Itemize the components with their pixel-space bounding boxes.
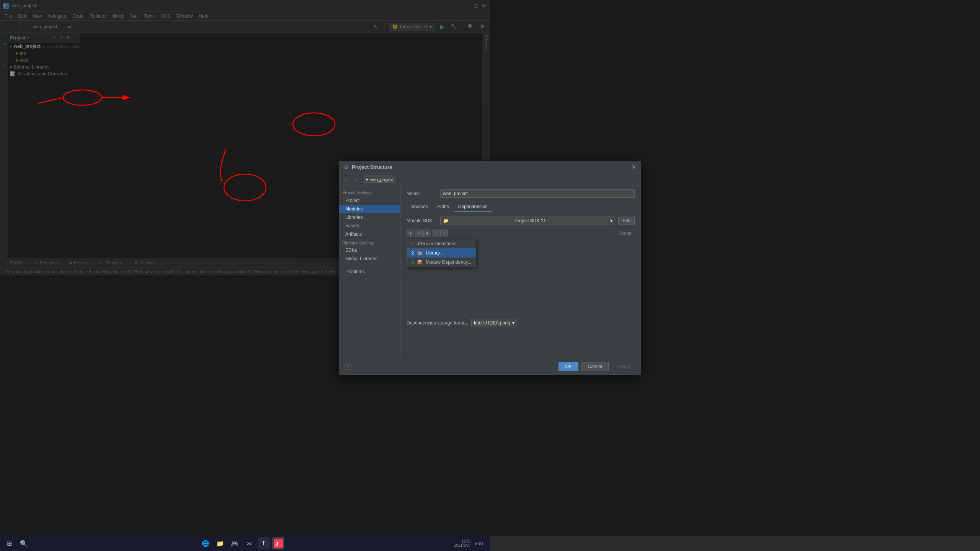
add-dep-dropdown: 1 JARs or Directories... 2 📚 Library... … <box>407 239 476 267</box>
moddep-icon: 📦 <box>417 259 423 265</box>
nav-problems[interactable]: Problems <box>339 267 400 276</box>
nav-sdks[interactable]: SDKs <box>339 246 400 254</box>
sdk-row: Module SDK: 📁 Project SDK 11 ▾ Edit <box>407 217 490 225</box>
lib-label: Library... <box>426 250 443 256</box>
name-input[interactable] <box>440 189 490 198</box>
jars-option[interactable]: 1 JARs or Directories... <box>407 239 476 248</box>
add-dep-button[interactable]: + <box>407 230 414 237</box>
module-dep-option[interactable]: 3 📦 Module Dependency... <box>407 258 476 267</box>
deps-toolbar: + − ▾ ↑ ↓ Scope <box>407 230 490 237</box>
platform-settings-label: Platform Settings <box>339 238 400 246</box>
jars-label: JARs or Directories... <box>417 241 460 246</box>
dialog-titlebar: ⚙ Project Structure ✕ <box>339 161 490 173</box>
dialog-nav: Project Settings Project Modules Librari… <box>339 186 400 276</box>
nav-global-libs[interactable]: Global Libraries <box>339 254 400 263</box>
moddep-label: Module Dependency... <box>426 259 471 265</box>
dialog-forward-button[interactable]: → <box>353 176 361 183</box>
dialog-title-icon: ⚙ <box>344 164 349 170</box>
dialog-title-text: Project Structure <box>352 164 490 170</box>
move-down-dep-button[interactable]: ↓ <box>440 230 448 237</box>
dialog-nav-bar: ← → ▸ web_project <box>339 173 490 186</box>
dialog-tree-breadcrumb: ▸ web_project <box>364 176 395 183</box>
sdk-label: Module SDK: <box>407 218 437 223</box>
project-structure-dialog: ⚙ Project Structure ✕ ← → ▸ web_project … <box>339 161 490 276</box>
name-label: Name: <box>407 191 437 196</box>
moddep-num: 3 <box>412 260 414 264</box>
library-option[interactable]: 2 📚 Library... <box>407 248 476 258</box>
nav-project[interactable]: Project <box>339 196 400 205</box>
name-row: Name: <box>407 189 490 198</box>
nav-artifacts[interactable]: Artifacts <box>339 230 400 238</box>
tab-paths[interactable]: Paths <box>433 202 454 212</box>
dialog-back-button[interactable]: ← <box>342 176 350 183</box>
project-settings-label: Project Settings <box>339 189 400 196</box>
remove-dep-button[interactable]: − <box>415 230 423 237</box>
nav-libraries[interactable]: Libraries <box>339 213 400 222</box>
dialog-main-content: Name: Sources Paths Dependencies Module … <box>400 186 490 276</box>
move-up-dep-button[interactable]: ↑ <box>432 230 439 237</box>
tabs-row: Sources Paths Dependencies <box>407 202 490 212</box>
dialog-overlay: ⚙ Project Structure ✕ ← → ▸ web_project … <box>0 0 490 276</box>
lib-icon2: 📚 <box>417 250 423 256</box>
sdk-select[interactable]: 📁 Project SDK 11 ▾ <box>440 217 490 225</box>
nav-facets[interactable]: Facets <box>339 222 400 230</box>
tab-sources[interactable]: Sources <box>407 202 433 212</box>
nav-modules[interactable]: Modules <box>339 205 400 213</box>
lib-num: 2 <box>412 251 414 255</box>
tab-dependencies[interactable]: Dependencies <box>454 202 490 212</box>
sdk-folder-icon: 📁 <box>443 218 449 223</box>
dialog-body: Project Settings Project Modules Librari… <box>339 186 490 276</box>
jars-num: 1 <box>412 241 414 246</box>
dropdown-dep-button[interactable]: ▾ <box>423 230 431 237</box>
